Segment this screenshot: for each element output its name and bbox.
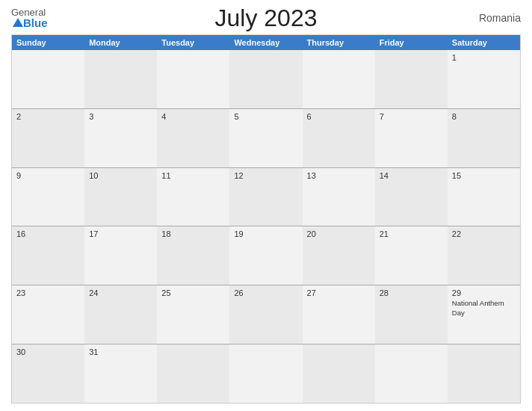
day-cell-w3-d5: 13 [303, 168, 375, 226]
weeks-container: 1234567891011121314151617181920212223242… [12, 50, 520, 403]
day-cell-w5-d1: 23 [12, 285, 84, 344]
day-cell-w1-d7: 1 [448, 50, 520, 108]
day-cell-w5-d5: 27 [303, 285, 375, 344]
day-number: 19 [234, 229, 297, 238]
day-number: 30 [16, 347, 80, 356]
day-header-sat: Saturday [448, 35, 520, 50]
logo-triangle-icon [13, 18, 23, 27]
day-header-tue: Tuesday [157, 35, 229, 50]
day-cell-w2-d4: 5 [229, 109, 302, 167]
week-row-4: 16171819202122 [12, 226, 520, 285]
day-cell-w3-d2: 10 [84, 168, 157, 226]
day-cell-w1-d6 [375, 50, 448, 108]
day-number: 31 [89, 347, 152, 356]
logo-blue-text: Blue [11, 17, 48, 28]
week-row-3: 9101112131415 [12, 167, 520, 226]
day-cell-w2-d1: 2 [12, 109, 84, 167]
day-cell-w1-d2 [84, 50, 157, 108]
header: General Blue July 2023 Romania [11, 7, 521, 28]
day-number: 20 [307, 229, 371, 238]
day-number: 18 [161, 229, 225, 238]
day-cell-w2-d5: 6 [303, 109, 375, 167]
day-cell-w6-d6 [375, 344, 448, 403]
day-cell-w4-d2: 17 [84, 226, 157, 285]
day-cell-w1-d5 [303, 50, 375, 108]
day-cell-w3-d3: 11 [157, 168, 229, 226]
day-number: 13 [307, 171, 371, 180]
day-cell-w3-d1: 9 [12, 168, 84, 226]
day-number: 1 [452, 53, 516, 62]
week-row-1: 1 [12, 50, 520, 108]
day-cell-w1-d3 [157, 50, 229, 108]
day-number: 4 [161, 112, 225, 121]
day-cell-w1-d4 [229, 50, 302, 108]
day-number: 25 [161, 288, 225, 297]
day-number: 29 [452, 288, 516, 297]
day-number: 6 [307, 112, 371, 121]
day-number: 26 [234, 288, 297, 297]
day-cell-w5-d4: 26 [229, 285, 302, 344]
day-cell-w3-d4: 12 [229, 168, 302, 226]
day-headers: Sunday Monday Tuesday Wednesday Thursday… [12, 35, 520, 50]
day-number: 15 [452, 171, 516, 180]
day-cell-w1-d1 [12, 50, 84, 108]
day-number: 14 [380, 171, 443, 180]
day-cell-w6-d1: 30 [12, 344, 84, 403]
day-cell-w6-d3 [157, 344, 229, 403]
logo: General Blue [11, 7, 48, 28]
day-header-fri: Friday [375, 35, 448, 50]
day-number: 16 [16, 229, 80, 238]
calendar: Sunday Monday Tuesday Wednesday Thursday… [11, 34, 521, 404]
day-number: 24 [89, 288, 152, 297]
day-header-wed: Wednesday [229, 35, 302, 50]
day-cell-w4-d1: 16 [12, 226, 84, 285]
country-label: Romania [479, 12, 521, 24]
day-cell-w3-d6: 14 [375, 168, 448, 226]
day-number: 23 [16, 288, 80, 297]
day-number: 22 [452, 229, 516, 238]
day-cell-w4-d3: 18 [157, 226, 229, 285]
day-cell-w6-d2: 31 [84, 344, 157, 403]
day-number: 10 [89, 171, 152, 180]
day-number: 17 [89, 229, 152, 238]
day-number: 7 [380, 112, 443, 121]
week-row-2: 2345678 [12, 108, 520, 167]
day-number: 28 [380, 288, 443, 297]
day-cell-w4-d5: 20 [303, 226, 375, 285]
day-number: 12 [234, 171, 297, 180]
day-cell-w4-d7: 22 [448, 226, 520, 285]
day-cell-w5-d3: 25 [157, 285, 229, 344]
day-cell-w4-d6: 21 [375, 226, 448, 285]
day-number: 27 [307, 288, 371, 297]
day-number: 8 [452, 112, 516, 121]
week-row-6: 3031 [12, 344, 520, 403]
day-cell-w6-d4 [229, 344, 302, 403]
day-number: 11 [161, 171, 225, 180]
day-cell-w5-d2: 24 [84, 285, 157, 344]
day-cell-w4-d4: 19 [229, 226, 302, 285]
day-header-mon: Monday [84, 35, 157, 50]
day-number: 2 [16, 112, 80, 121]
day-event: National Anthem Day [452, 299, 516, 318]
day-number: 5 [234, 112, 297, 121]
day-cell-w2-d7: 8 [448, 109, 520, 167]
calendar-page: General Blue July 2023 Romania Sunday Mo… [0, 0, 532, 411]
day-header-thu: Thursday [303, 35, 375, 50]
day-cell-w6-d7 [448, 344, 520, 403]
logo-blue-label: Blue [23, 17, 48, 28]
day-cell-w2-d6: 7 [375, 109, 448, 167]
day-header-sun: Sunday [12, 35, 84, 50]
day-number: 21 [380, 229, 443, 238]
day-number: 3 [89, 112, 152, 121]
day-cell-w2-d3: 4 [157, 109, 229, 167]
day-cell-w2-d2: 3 [84, 109, 157, 167]
week-row-5: 23242526272829National Anthem Day [12, 285, 520, 344]
month-title: July 2023 [215, 4, 318, 32]
day-cell-w3-d7: 15 [448, 168, 520, 226]
day-number: 9 [16, 171, 80, 180]
day-cell-w5-d7: 29National Anthem Day [448, 285, 520, 344]
day-cell-w5-d6: 28 [375, 285, 448, 344]
day-cell-w6-d5 [303, 344, 375, 403]
